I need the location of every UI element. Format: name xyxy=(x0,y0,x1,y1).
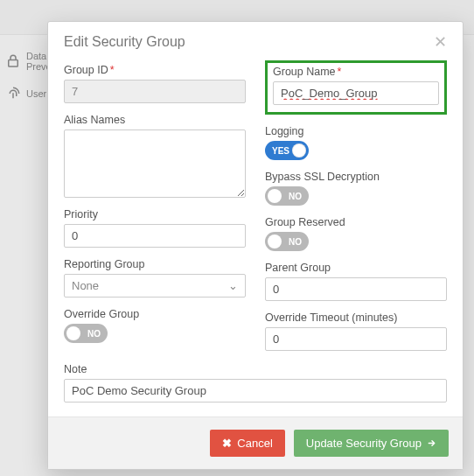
priority-input[interactable] xyxy=(64,224,246,248)
toggle-knob xyxy=(268,234,282,248)
toggle-on-label: YES xyxy=(272,146,289,156)
toggle-off-label: NO xyxy=(87,329,101,339)
group-reserved-toggle[interactable]: NO xyxy=(265,232,309,251)
reporting-group-select[interactable]: None ⌄ xyxy=(64,274,246,298)
reporting-group-field: Reporting Group None ⌄ xyxy=(64,258,246,298)
modal-footer: ✖ Cancel Update Security Group xyxy=(48,416,463,469)
logging-field: Logging YES xyxy=(265,125,447,160)
override-timeout-field: Override Timeout (minutes) xyxy=(265,312,447,351)
reporting-group-label: Reporting Group xyxy=(64,258,246,270)
left-column: Group ID* Alias Names Priority Reporting… xyxy=(64,64,246,351)
arrow-right-icon xyxy=(427,438,436,448)
x-icon: ✖ xyxy=(222,437,232,450)
modal-body: Group ID* Alias Names Priority Reporting… xyxy=(48,59,463,363)
override-timeout-label: Override Timeout (minutes) xyxy=(265,312,447,324)
override-group-label: Override Group xyxy=(64,308,246,320)
parent-group-input[interactable] xyxy=(265,277,447,301)
bypass-ssl-label: Bypass SSL Decryption xyxy=(265,171,447,183)
logging-label: Logging xyxy=(265,125,447,137)
note-field: Note xyxy=(64,363,447,402)
bypass-ssl-toggle[interactable]: NO xyxy=(265,186,309,206)
modal-body-lower: Note xyxy=(48,363,463,416)
group-id-input xyxy=(64,80,246,103)
cancel-label: Cancel xyxy=(237,437,272,450)
toggle-knob xyxy=(292,144,306,158)
override-timeout-input[interactable] xyxy=(265,327,447,351)
note-input[interactable] xyxy=(64,379,447,402)
parent-group-label: Parent Group xyxy=(265,262,447,274)
cancel-button[interactable]: ✖ Cancel xyxy=(210,430,284,457)
reporting-group-value: None xyxy=(72,279,99,292)
group-reserved-label: Group Reserved xyxy=(265,216,447,228)
note-label: Note xyxy=(64,363,447,375)
edit-security-group-modal: Edit Security Group ✕ Group ID* Alias Na… xyxy=(47,21,464,470)
modal-header: Edit Security Group ✕ xyxy=(48,22,463,59)
chevron-down-icon: ⌄ xyxy=(228,279,238,292)
toggle-knob xyxy=(66,326,80,340)
parent-group-field: Parent Group xyxy=(265,262,447,301)
alias-textarea[interactable] xyxy=(64,130,246,198)
toggle-knob xyxy=(268,189,282,203)
logging-toggle[interactable]: YES xyxy=(265,141,309,160)
override-group-toggle[interactable]: NO xyxy=(64,324,108,343)
alias-label: Alias Names xyxy=(64,114,246,126)
override-group-field: Override Group NO xyxy=(64,308,246,343)
group-reserved-field: Group Reserved NO xyxy=(265,216,447,251)
priority-label: Priority xyxy=(64,208,246,220)
toggle-off-label: NO xyxy=(289,192,302,201)
modal-title: Edit Security Group xyxy=(64,34,185,50)
bypass-ssl-field: Bypass SSL Decryption NO xyxy=(265,171,447,206)
priority-field: Priority xyxy=(64,208,246,248)
update-security-group-button[interactable]: Update Security Group xyxy=(294,430,449,457)
group-name-highlight: Group Name* xyxy=(265,60,447,115)
alias-field: Alias Names xyxy=(64,114,246,198)
submit-label: Update Security Group xyxy=(306,437,422,450)
close-icon[interactable]: ✕ xyxy=(434,34,447,50)
group-id-label: Group ID* xyxy=(64,64,246,76)
right-column: Group Name* Logging YES Bypass SSL Decry… xyxy=(265,64,447,351)
toggle-off-label: NO xyxy=(289,237,302,247)
group-name-input[interactable] xyxy=(273,81,439,105)
group-name-label: Group Name* xyxy=(273,66,439,78)
group-id-field: Group ID* xyxy=(64,64,246,103)
